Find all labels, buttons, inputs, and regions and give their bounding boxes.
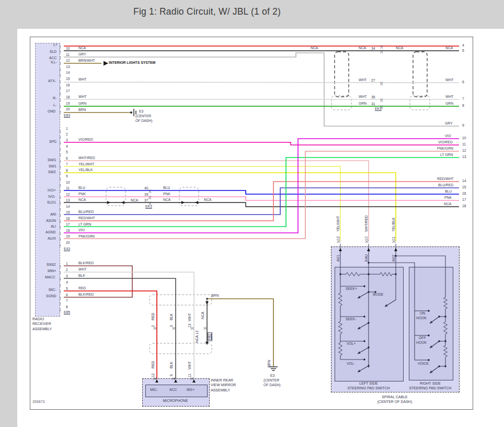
title-bar: Fig 1: Radio Circuit, W/ JBL (1 of 2) [0, 0, 504, 29]
microphone-inner-box [145, 385, 208, 397]
wiring-diagram-page: Fig 1: Radio Circuit, W/ JBL (1 of 2) RA… [0, 0, 504, 427]
document-number: 393673 [32, 400, 44, 403]
left-steering-pad-switch-box [335, 267, 404, 381]
radio-receiver-connector-box [35, 43, 60, 317]
right-steering-pad-switch-box [409, 267, 453, 380]
figure-title: Fig 1: Radio Circuit, W/ JBL (1 of 2) [133, 6, 281, 17]
